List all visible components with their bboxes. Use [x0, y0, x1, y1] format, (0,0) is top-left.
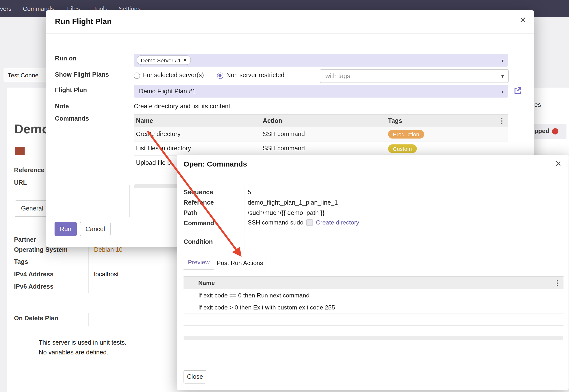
ipv4-label: IPv4 Address [14, 271, 54, 278]
chevron-down-icon[interactable]: ▾ [501, 73, 504, 79]
cell-name: List files in directory [134, 145, 261, 152]
column-separator [244, 186, 244, 234]
post-run-actions-table: Name ⋮ If exit code == 0 then Run next c… [184, 276, 564, 326]
color-swatch[interactable] [15, 147, 25, 155]
flight-plan-value: Demo Flight Plan #1 [139, 87, 196, 95]
ipv6-label: IPv6 Address [14, 283, 54, 290]
with-tags-select[interactable]: with tags ▾ [320, 69, 509, 83]
chevron-down-icon[interactable]: ▾ [501, 88, 504, 94]
kebab-icon[interactable]: ⋮ [499, 117, 505, 125]
tag-badge[interactable]: Production [388, 130, 424, 139]
checkbox[interactable] [306, 219, 313, 226]
cell-name: If exit code > 0 then Exit with custom e… [184, 304, 564, 311]
status-red-dot-icon [552, 128, 558, 135]
on-delete-plan-label: On Delete Plan [14, 315, 58, 322]
url-label: URL [14, 179, 27, 186]
divider [46, 33, 534, 34]
dialog-title: Run Flight Plan [55, 17, 112, 26]
run-on-label: Run on [55, 55, 77, 62]
commands-label: Commands [55, 115, 89, 122]
command-value: SSH command sudo [248, 219, 303, 226]
external-link-icon[interactable] [513, 86, 522, 95]
cell-name: Create directory [134, 130, 261, 138]
create-directory-link[interactable]: Create directory [316, 219, 359, 226]
record-title: Demo [14, 122, 50, 136]
note-label: Note [55, 103, 69, 110]
with-tags-placeholder: with tags [326, 72, 350, 80]
operating-system-label: Operating System [14, 246, 68, 253]
table-row[interactable]: If exit code > 0 then Exit with custom e… [184, 301, 564, 314]
cell-tags: Custom [386, 144, 508, 153]
radio-non-server-restricted-label[interactable]: Non server restricted [226, 71, 284, 79]
tab-fragment[interactable]: es [534, 101, 541, 109]
chevron-down-icon[interactable]: ▾ [501, 57, 504, 63]
cell-name: If exit code == 0 then Run next command [184, 292, 564, 299]
status-text-fragment: pped [534, 127, 549, 135]
divider [177, 174, 569, 174]
reference-label: Reference [184, 199, 214, 206]
chip-remove-icon[interactable]: ✕ [183, 57, 187, 63]
open-commands-dialog: Open: Commands × Sequence 5 Reference de… [177, 155, 569, 390]
col-header-name[interactable]: Name [134, 117, 261, 124]
cell-tags: Production [386, 130, 508, 139]
tab-post-run-actions[interactable]: Post Run Actions [214, 256, 266, 270]
sequence-value: 5 [248, 189, 251, 196]
cell-action: SSH command [261, 130, 386, 138]
path-value: /such/much/{{ demo_path }} [248, 209, 325, 217]
tags-label: Tags [14, 258, 28, 266]
field-divider [88, 313, 89, 326]
close-icon[interactable]: × [555, 158, 561, 169]
show-flight-plans-label: Show Flight Plans [55, 71, 109, 79]
cancel-button[interactable]: Cancel [80, 222, 111, 236]
radio-for-selected-servers-label[interactable]: For selected server(s) [143, 71, 204, 79]
path-label: Path [184, 209, 197, 217]
server-chip[interactable]: Demo Server #1 ✕ [137, 55, 191, 65]
table-row-empty [184, 314, 564, 326]
tag-badge[interactable]: Custom [388, 144, 417, 153]
variables-note: No variables are defined. [39, 349, 109, 356]
unit-test-note: This server is used in unit tests. [39, 339, 127, 346]
col-header-action[interactable]: Action [261, 117, 386, 124]
table-header-row: Name Action Tags ⋮ [134, 114, 508, 127]
condition-label: Condition [184, 238, 213, 246]
table-row[interactable]: List files in directory SSH command Cust… [134, 141, 508, 156]
table-row[interactable]: Create directory SSH command Production [134, 127, 508, 142]
tab-underline [184, 269, 214, 270]
command-label: Command [184, 220, 214, 227]
server-chip-label: Demo Server #1 [141, 57, 181, 63]
col-header-tags[interactable]: Tags [386, 117, 508, 124]
table-header-row: Name ⋮ [184, 276, 564, 289]
radio-for-selected-servers[interactable] [134, 73, 140, 79]
ipv4-value: localhost [94, 271, 119, 278]
screen: vers Commands Files Tools Settings Test … [0, 0, 569, 392]
partner-label: Partner [14, 236, 36, 244]
run-button[interactable]: Run [55, 222, 77, 236]
column-separator [244, 237, 244, 250]
close-button[interactable]: Close [184, 370, 206, 384]
radio-non-server-restricted[interactable] [217, 73, 224, 79]
flight-plan-label: Flight Plan [55, 87, 87, 94]
flight-plan-select[interactable]: Demo Flight Plan #1 ▾ [134, 85, 508, 98]
operating-system-value[interactable]: Debian 10 [94, 246, 123, 253]
table-row[interactable]: If exit code == 0 then Run next command [184, 289, 564, 302]
reference-label: Reference [14, 167, 44, 174]
reference-value: demo_flight_plan_1_plan_line_1 [248, 199, 338, 206]
close-icon[interactable]: × [520, 15, 526, 25]
note-value: Create directory and list its content [134, 103, 230, 110]
column-separator [129, 185, 130, 217]
sequence-label: Sequence [184, 189, 213, 196]
run-on-field[interactable]: Demo Server #1 ✕ ▾ [134, 54, 508, 67]
tab-preview[interactable]: Preview [188, 259, 210, 266]
command-value-row: SSH command sudo Create directory [248, 219, 359, 226]
kebab-icon[interactable]: ⋮ [554, 279, 561, 287]
nav-item-servers[interactable]: vers [0, 0, 12, 17]
horizontal-scrollbar[interactable] [184, 336, 564, 340]
dialog-title: Open: Commands [184, 160, 247, 168]
col-header-name[interactable]: Name [184, 279, 564, 286]
cell-action: SSH command [261, 145, 386, 152]
